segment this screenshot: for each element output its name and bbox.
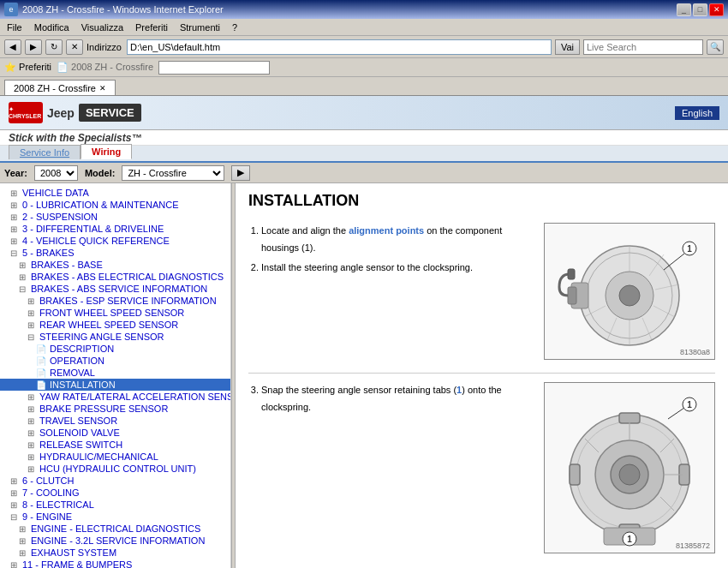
sidebar-link[interactable]: 3 - DIFFERENTIAL & DRIVELINE — [22, 224, 164, 234]
ie-icon: e — [4, 3, 18, 16]
favorites-icon[interactable]: ⭐ Preferiti — [4, 62, 51, 73]
maximize-button[interactable]: □ — [693, 3, 707, 16]
sidebar-item-brake-pressure[interactable]: ⊞ BRAKE PRESSURE SENSOR — [0, 403, 230, 415]
refresh-button[interactable]: ↻ — [45, 39, 63, 55]
sidebar-item-exhaust[interactable]: ⊞ EXHAUST SYSTEM — [0, 547, 230, 559]
sidebar-link[interactable]: HCU (HYDRAULIC CONTROL UNIT) — [39, 463, 196, 474]
logo-area: ✦ CHRYSLER Jeep SERVICE — [9, 102, 141, 123]
sidebar-item-engine-elec[interactable]: ⊞ ENGINE - ELECTRICAL DIAGNOSTICS — [0, 523, 230, 535]
sidebar-item-description[interactable]: 📄 DESCRIPTION — [0, 343, 230, 355]
tab-close-icon[interactable]: ✕ — [99, 84, 106, 93]
sidebar-item-frame[interactable]: ⊞ 11 - FRAME & BUMPERS — [0, 559, 230, 568]
diagram-2: 1 1 81385872 — [544, 382, 715, 553]
sidebar-link[interactable]: 11 - FRAME & BUMPERS — [22, 559, 132, 568]
sidebar-item-operation[interactable]: 📄 OPERATION — [0, 355, 230, 367]
tab-service-info[interactable]: Service Info — [9, 145, 81, 159]
tab-bar: 2008 ZH - Crossfire ✕ — [0, 77, 728, 96]
sidebar-link[interactable]: DESCRIPTION — [50, 344, 114, 354]
search-input[interactable] — [583, 39, 703, 55]
stop-button[interactable]: ✕ — [66, 39, 83, 55]
sidebar-item-suspension[interactable]: ⊞ 2 - SUSPENSION — [0, 211, 230, 223]
year-select[interactable]: 2008 — [34, 165, 78, 181]
tab-wiring[interactable]: Wiring — [81, 144, 132, 159]
back-button[interactable]: ◀ — [4, 39, 21, 55]
sidebar-link[interactable]: RELEASE SWITCH — [39, 439, 122, 450]
sidebar-link[interactable]: REAR WHEEL SPEED SENSOR — [39, 320, 178, 330]
sidebar-item-brakes-base[interactable]: ⊞ BRAKES - BASE — [0, 259, 230, 271]
sidebar-item-travel-sensor[interactable]: ⊞ TRAVEL SENSOR — [0, 415, 230, 427]
sidebar-item-installation[interactable]: 📄 INSTALLATION — [0, 379, 230, 391]
sidebar-item-engine[interactable]: ⊟ 9 - ENGINE — [0, 511, 230, 523]
menu-modifica[interactable]: Modifica — [32, 21, 72, 33]
sidebar-item-hydraulic[interactable]: ⊞ HYDRAULIC/MECHANICAL — [0, 451, 230, 463]
sidebar-link[interactable]: 2 - SUSPENSION — [22, 212, 98, 222]
sidebar-item-yaw-rate[interactable]: ⊞ YAW RATE/LATERAL ACCELERATION SENSOR — [0, 391, 230, 403]
sidebar-link[interactable]: BRAKES - ABS SERVICE INFORMATION — [31, 284, 207, 294]
sidebar-link[interactable]: OPERATION — [50, 356, 104, 366]
model-go-button[interactable]: ▶ — [231, 165, 250, 181]
menu-file[interactable]: File — [4, 21, 25, 33]
sidebar-item-brakes-abs-svc[interactable]: ⊟ BRAKES - ABS SERVICE INFORMATION — [0, 283, 230, 295]
minimize-button[interactable]: _ — [677, 3, 691, 16]
sidebar-link[interactable]: SOLENOID VALVE — [39, 427, 120, 438]
sidebar-link[interactable]: STEERING ANGLE SENSOR — [39, 332, 164, 342]
sidebar-item-differential[interactable]: ⊞ 3 - DIFFERENTIAL & DRIVELINE — [0, 223, 230, 235]
sidebar-link[interactable]: 6 - CLUTCH — [22, 475, 75, 486]
sidebar-item-rear-wheel[interactable]: ⊞ REAR WHEEL SPEED SENSOR — [0, 319, 230, 331]
sidebar-link[interactable]: REMOVAL — [50, 368, 95, 378]
sidebar-link[interactable]: YAW RATE/LATERAL ACCELERATION SENSOR — [39, 392, 231, 402]
sidebar-link[interactable]: 9 - ENGINE — [22, 511, 72, 522]
expand-icon: ⊞ — [10, 476, 19, 486]
sidebar-item-brakes[interactable]: ⊟ 5 - BRAKES — [0, 247, 230, 259]
menu-visualizza[interactable]: Visualizza — [79, 21, 126, 33]
sidebar-item-brakes-esp[interactable]: ⊞ BRAKES - ESP SERVICE INFORMATION — [0, 295, 230, 307]
expand-icon: ⊟ — [10, 248, 19, 258]
sidebar-link[interactable]: VEHICLE DATA — [22, 188, 89, 198]
close-button[interactable]: ✕ — [709, 3, 724, 16]
sidebar-link[interactable]: BRAKES - ESP SERVICE INFORMATION — [39, 296, 217, 306]
browser-tab[interactable]: 2008 ZH - Crossfire ✕ — [4, 80, 116, 95]
search-button[interactable]: 🔍 — [707, 39, 724, 55]
sidebar-link[interactable]: 0 - LUBRICATION & MAINTENANCE — [22, 200, 179, 210]
sidebar-link[interactable]: 4 - VEHICLE QUICK REFERENCE — [22, 236, 170, 246]
english-button[interactable]: English — [675, 106, 719, 120]
sidebar-link[interactable]: 7 - COOLING — [22, 487, 80, 498]
sidebar-item-solenoid[interactable]: ⊞ SOLENOID VALVE — [0, 427, 230, 439]
sidebar[interactable]: ⊞ VEHICLE DATA ⊞ 0 - LUBRICATION & MAINT… — [0, 183, 231, 568]
sidebar-item-cooling[interactable]: ⊞ 7 - COOLING — [0, 487, 230, 499]
sidebar-item-release-switch[interactable]: ⊞ RELEASE SWITCH — [0, 439, 230, 451]
doc-icon: 📄 — [36, 368, 46, 378]
menu-strumenti[interactable]: Strumenti — [177, 21, 223, 33]
menu-help[interactable]: ? — [230, 21, 240, 33]
sidebar-item-steering-angle[interactable]: ⊟ STEERING ANGLE SENSOR — [0, 331, 230, 343]
sidebar-link[interactable]: 8 - ELECTRICAL — [22, 499, 94, 510]
go-button[interactable]: Vai — [555, 39, 580, 55]
sidebar-link[interactable]: BRAKES - ABS ELECTRICAL DIAGNOSTICS — [31, 272, 224, 282]
sidebar-item-brakes-abs-elec[interactable]: ⊞ BRAKES - ABS ELECTRICAL DIAGNOSTICS — [0, 271, 230, 283]
sidebar-link[interactable]: FRONT WHEEL SPEED SENSOR — [39, 308, 184, 318]
sidebar-item-front-wheel[interactable]: ⊞ FRONT WHEEL SPEED SENSOR — [0, 307, 230, 319]
sidebar-link[interactable]: EXHAUST SYSTEM — [31, 547, 116, 558]
sidebar-item-removal[interactable]: 📄 REMOVAL — [0, 367, 230, 379]
sidebar-link[interactable]: 5 - BRAKES — [22, 248, 75, 258]
svg-text:1: 1 — [687, 400, 692, 410]
forward-button[interactable]: ▶ — [25, 39, 42, 55]
sidebar-link[interactable]: ENGINE - 3.2L SERVICE INFORMATION — [31, 535, 205, 546]
sidebar-link[interactable]: HYDRAULIC/MECHANICAL — [39, 451, 158, 462]
sidebar-item-quick-ref[interactable]: ⊞ 4 - VEHICLE QUICK REFERENCE — [0, 235, 230, 247]
sidebar-item-clutch[interactable]: ⊞ 6 - CLUTCH — [0, 475, 230, 487]
fav-search[interactable] — [158, 61, 270, 75]
sidebar-link[interactable]: BRAKES - BASE — [31, 260, 103, 270]
sidebar-item-electrical[interactable]: ⊞ 8 - ELECTRICAL — [0, 499, 230, 511]
sidebar-link[interactable]: BRAKE PRESSURE SENSOR — [39, 404, 168, 414]
sidebar-link[interactable]: ENGINE - ELECTRICAL DIAGNOSTICS — [31, 523, 200, 534]
sidebar-link[interactable]: TRAVEL SENSOR — [39, 416, 117, 426]
model-select[interactable]: ZH - Crossfire — [122, 165, 224, 181]
menu-preferiti[interactable]: Preferiti — [133, 21, 170, 33]
sidebar-item-vehicle-data[interactable]: ⊞ VEHICLE DATA — [0, 187, 230, 199]
address-input[interactable] — [127, 39, 552, 55]
sidebar-item-lubrication[interactable]: ⊞ 0 - LUBRICATION & MAINTENANCE — [0, 199, 230, 211]
fav-link[interactable]: 📄 2008 ZH - Crossfire — [57, 62, 153, 73]
sidebar-item-hcu[interactable]: ⊞ HCU (HYDRAULIC CONTROL UNIT) — [0, 463, 230, 475]
sidebar-item-engine-3-2l[interactable]: ⊞ ENGINE - 3.2L SERVICE INFORMATION — [0, 535, 230, 547]
